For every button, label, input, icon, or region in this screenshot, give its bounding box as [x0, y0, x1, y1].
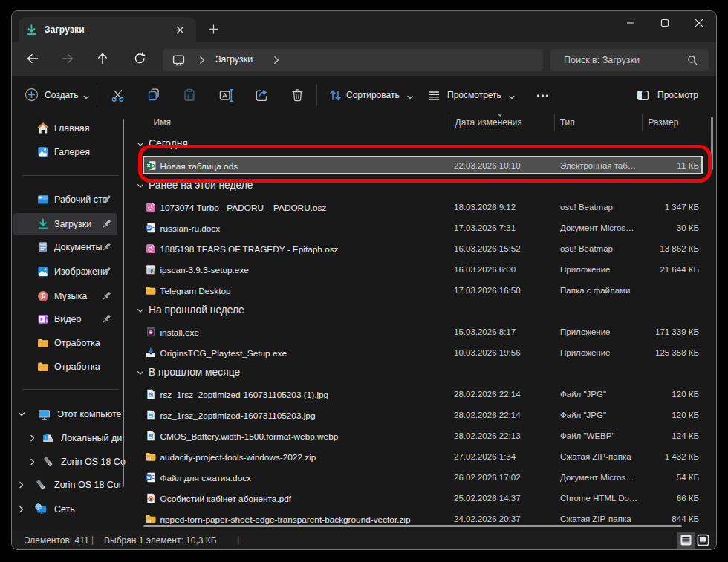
svg-text:W: W: [146, 475, 151, 480]
svg-text:W: W: [146, 226, 151, 230]
